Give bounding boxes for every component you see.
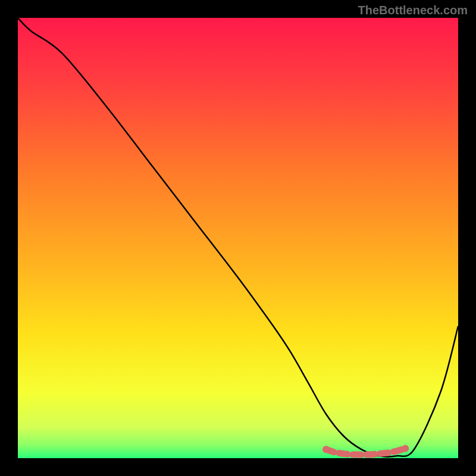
- optimal-zone-endpoint: [322, 446, 330, 453]
- chart-container: TheBottleneck.com: [0, 0, 476, 476]
- watermark-text: TheBottleneck.com: [358, 4, 468, 17]
- bottleneck-chart: [0, 0, 476, 476]
- gradient-background: [18, 18, 458, 458]
- optimal-zone-endpoint: [402, 445, 409, 452]
